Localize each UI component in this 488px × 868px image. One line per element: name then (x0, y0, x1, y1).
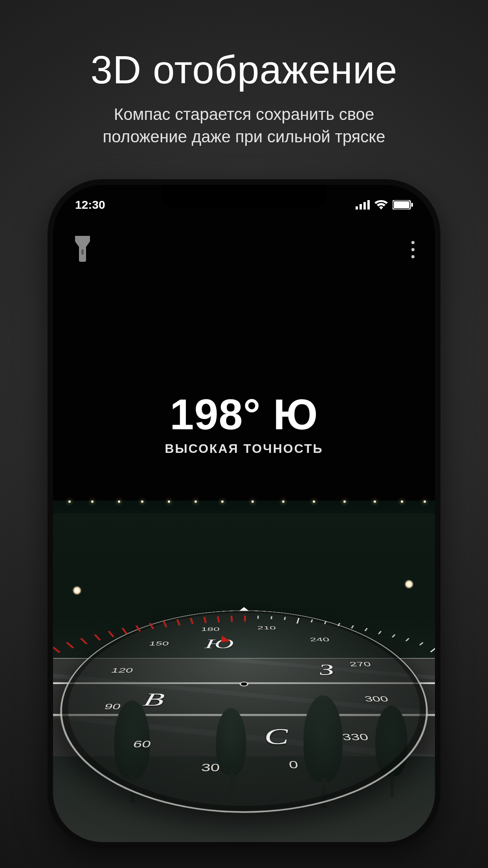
compass-degree-label: 300 (363, 695, 390, 704)
compass-dial[interactable]: 0306090120150180210240270300330СВЮЗ (67, 507, 421, 842)
compass-tick (364, 628, 368, 631)
accuracy-label: высокая точность (53, 441, 435, 456)
compass-degree-label: 60 (132, 739, 152, 750)
menu-dot-icon (411, 248, 415, 251)
svg-rect-2 (363, 202, 366, 210)
wifi-icon (374, 200, 388, 210)
compass-tick (338, 623, 340, 626)
compass-tick (311, 620, 313, 623)
compass-tick (297, 618, 299, 623)
compass-degree-label: 330 (341, 732, 370, 743)
compass-tick (351, 625, 354, 629)
svg-rect-3 (367, 200, 370, 210)
marketing-headline: 3D отображение (90, 47, 397, 92)
battery-icon (393, 200, 413, 210)
compass-tick (271, 616, 272, 620)
phone-frame: 12:30 (48, 179, 440, 848)
compass-tick (244, 616, 246, 622)
device-mockup: 12:30 (48, 179, 440, 848)
compass-tick (80, 638, 88, 644)
flashlight-button[interactable] (73, 236, 92, 263)
app-toolbar (53, 232, 435, 267)
marketing-subtitle-line: Компас старается сохранить свое (114, 105, 374, 123)
menu-dot-icon (411, 255, 415, 258)
compass-tick (378, 631, 382, 634)
svg-rect-0 (356, 206, 358, 210)
compass-tick (176, 620, 181, 626)
compass-degree-label: 150 (148, 640, 170, 647)
compass-degree-label: 270 (349, 660, 372, 668)
status-time: 12:30 (75, 198, 105, 211)
compass-tick (66, 642, 74, 649)
marketing-subtitle: Компас старается сохранить свое положени… (103, 103, 385, 148)
compass-tick (392, 634, 396, 638)
marketing-subtitle-line: положение даже при сильной тряске (103, 127, 385, 146)
compass-tick (324, 621, 327, 624)
menu-dot-icon (411, 241, 415, 244)
compass-tick (217, 616, 220, 622)
compass-tick (163, 621, 167, 627)
compass-degree-label: 0 (288, 759, 299, 771)
compass-cardinal-n: С (264, 725, 290, 750)
more-menu-button[interactable] (411, 241, 415, 258)
compass-tick (231, 616, 233, 622)
compass-tick (135, 625, 141, 632)
compass-tick (257, 616, 259, 619)
compass-tick (108, 631, 114, 637)
compass-degree-label: 30 (201, 761, 220, 774)
compass-tick (405, 638, 410, 641)
svg-rect-5 (394, 201, 409, 208)
compass-degree-label: 210 (257, 625, 276, 631)
compass-tick (121, 628, 128, 634)
flashlight-icon (73, 236, 92, 262)
signal-icon (356, 200, 370, 210)
compass-degree-label: 120 (110, 667, 134, 674)
compass-tick (94, 634, 101, 641)
compass-degree-label: 90 (103, 702, 122, 711)
compass-face: 0306090120150180210240270300330СВЮЗ (53, 611, 435, 813)
svg-rect-6 (411, 203, 413, 207)
compass-hub (240, 682, 248, 687)
compass-tick (149, 623, 154, 629)
app-screen: 12:30 (53, 185, 435, 842)
compass-degree-label: 240 (309, 636, 330, 643)
compass-tick (190, 618, 194, 624)
compass-tick (284, 617, 286, 620)
svg-rect-7 (81, 249, 84, 255)
svg-rect-1 (360, 204, 362, 210)
compass-cardinal-e: В (141, 690, 166, 710)
compass-tick (204, 617, 207, 623)
status-bar: 12:30 (53, 195, 435, 215)
compass-degree-label: 180 (200, 626, 220, 632)
heading-readout: 198° Ю (53, 389, 435, 439)
